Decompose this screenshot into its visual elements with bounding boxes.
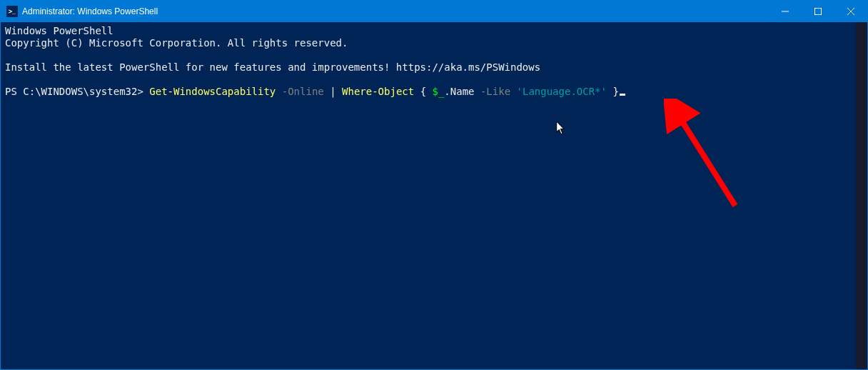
window-title: Administrator: Windows PowerShell bbox=[22, 6, 769, 16]
cmdlet-whereobject: Where-Object bbox=[342, 86, 414, 97]
titlebar[interactable]: >_ Administrator: Windows PowerShell bbox=[1, 1, 867, 22]
string-literal: 'Language.OCR*' bbox=[517, 86, 607, 97]
terminal-area[interactable]: Windows PowerShell Copyright (C) Microso… bbox=[1, 22, 867, 369]
banner-line-2: Copyright (C) Microsoft Corporation. All… bbox=[5, 37, 348, 49]
param-online: -Online bbox=[276, 86, 323, 97]
cmdlet-getwincap: Get-WindowsCapability bbox=[149, 86, 276, 97]
close-button[interactable] bbox=[834, 1, 867, 22]
text-cursor bbox=[620, 94, 625, 96]
install-message: Install the latest PowerShell for new fe… bbox=[5, 61, 540, 73]
app-icon: >_ bbox=[6, 6, 18, 17]
auto-var: $_ bbox=[433, 86, 445, 97]
brace-open: { bbox=[414, 86, 432, 97]
brace-close: } bbox=[607, 86, 619, 97]
prompt-prefix: PS C:\WINDOWS\system32> bbox=[5, 86, 149, 97]
window-controls bbox=[769, 1, 867, 22]
svg-rect-1 bbox=[815, 9, 822, 15]
property-name: .Name bbox=[444, 86, 474, 97]
minimize-button[interactable] bbox=[769, 1, 802, 22]
vertical-scrollbar[interactable] bbox=[856, 22, 867, 369]
banner-line-1: Windows PowerShell bbox=[5, 25, 113, 36]
terminal-content[interactable]: Windows PowerShell Copyright (C) Microso… bbox=[1, 22, 856, 369]
powershell-window: >_ Administrator: Windows PowerShell Win… bbox=[0, 0, 868, 370]
pipe: | bbox=[324, 86, 342, 97]
space bbox=[510, 86, 516, 97]
operator-like: -Like bbox=[475, 86, 511, 97]
maximize-button[interactable] bbox=[802, 1, 834, 22]
